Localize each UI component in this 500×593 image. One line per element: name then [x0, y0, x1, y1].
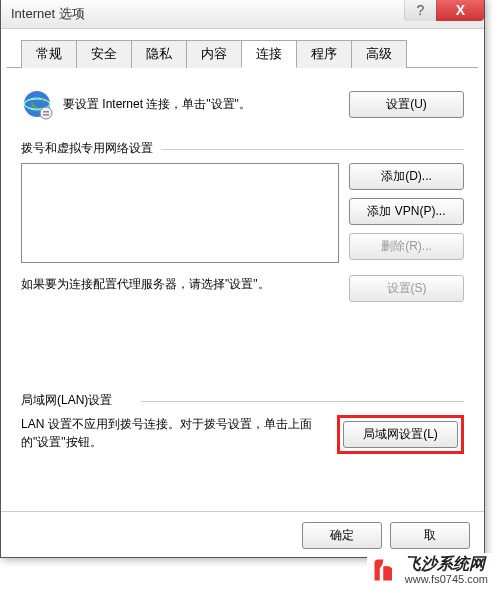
proxy-text: 如果要为连接配置代理服务器，请选择"设置"。 — [21, 275, 339, 293]
proxy-settings-button: 设置(S) — [349, 275, 464, 302]
tab-advanced[interactable]: 高级 — [351, 40, 407, 68]
watermark-icon — [371, 556, 399, 584]
close-button[interactable]: X — [436, 0, 484, 21]
setup-button[interactable]: 设置(U) — [349, 91, 464, 118]
titlebar-buttons: ? X — [404, 0, 484, 21]
tab-security[interactable]: 安全 — [76, 40, 132, 68]
lan-settings-button[interactable]: 局域网设置(L) — [343, 421, 458, 448]
lan-text: LAN 设置不应用到拨号连接。对于拨号设置，单击上面的"设置"按钮。 — [21, 415, 327, 451]
setup-text: 要设置 Internet 连接，单击"设置"。 — [63, 96, 339, 113]
lan-section-label: 局域网(LAN)设置 — [21, 392, 464, 409]
svg-point-2 — [40, 107, 52, 119]
globe-icon — [21, 88, 53, 120]
watermark: 飞沙系统网 www.fs0745.com — [367, 553, 492, 587]
add-button[interactable]: 添加(D)... — [349, 163, 464, 190]
tab-content-area: 要设置 Internet 连接，单击"设置"。 设置(U) 拨号和虚拟专用网络设… — [1, 68, 484, 464]
dial-buttons: 添加(D)... 添加 VPN(P)... 删除(R)... — [349, 163, 464, 263]
help-button[interactable]: ? — [404, 0, 436, 21]
ok-button[interactable]: 确定 — [302, 522, 382, 549]
window-title: Internet 选项 — [11, 5, 85, 23]
lan-row: LAN 设置不应用到拨号连接。对于拨号设置，单击上面的"设置"按钮。 局域网设置… — [21, 415, 464, 454]
dialog-button-bar: 确定 取 — [1, 511, 484, 549]
svg-rect-3 — [43, 111, 49, 113]
titlebar: Internet 选项 ? X — [1, 0, 484, 29]
tab-connections[interactable]: 连接 — [241, 40, 297, 68]
tab-privacy[interactable]: 隐私 — [131, 40, 187, 68]
svg-rect-4 — [43, 114, 49, 116]
tab-content[interactable]: 内容 — [186, 40, 242, 68]
dial-section-label: 拨号和虚拟专用网络设置 — [21, 140, 464, 157]
watermark-title: 飞沙系统网 — [405, 555, 488, 573]
watermark-url: www.fs0745.com — [405, 573, 488, 585]
remove-button: 删除(R)... — [349, 233, 464, 260]
dial-area: 添加(D)... 添加 VPN(P)... 删除(R)... — [21, 163, 464, 263]
add-vpn-button[interactable]: 添加 VPN(P)... — [349, 198, 464, 225]
setup-row: 要设置 Internet 连接，单击"设置"。 设置(U) — [21, 88, 464, 120]
proxy-row: 如果要为连接配置代理服务器，请选择"设置"。 设置(S) — [21, 275, 464, 302]
tab-strip: 常规 安全 隐私 内容 连接 程序 高级 — [7, 29, 478, 68]
watermark-text: 飞沙系统网 www.fs0745.com — [405, 555, 488, 585]
tab-programs[interactable]: 程序 — [296, 40, 352, 68]
highlight-annotation: 局域网设置(L) — [337, 415, 464, 454]
cancel-button[interactable]: 取 — [390, 522, 470, 549]
tab-general[interactable]: 常规 — [21, 40, 77, 68]
internet-options-dialog: Internet 选项 ? X 常规 安全 隐私 内容 连接 程序 高级 — [0, 0, 485, 558]
connections-listbox[interactable] — [21, 163, 339, 263]
